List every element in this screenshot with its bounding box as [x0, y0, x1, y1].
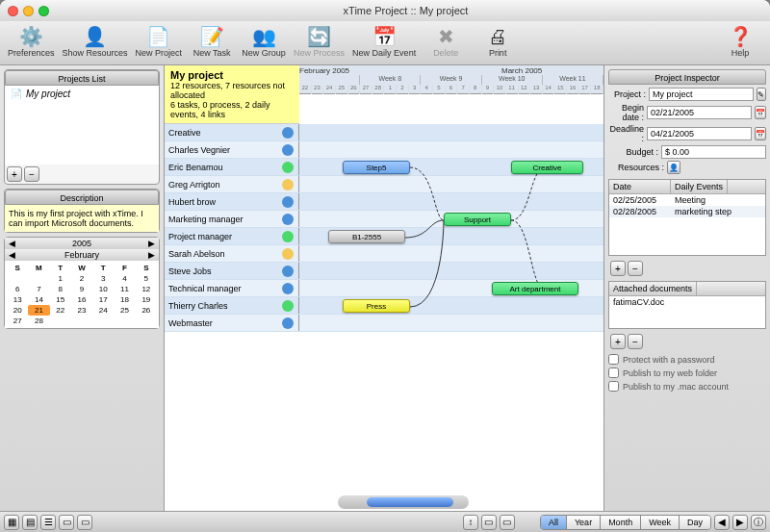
calendar-day[interactable]: 14 — [28, 294, 49, 305]
calendar-day[interactable]: 24 — [92, 305, 114, 316]
task-art-department[interactable]: Art department — [492, 282, 578, 295]
resource-label[interactable]: Steve Jobs — [165, 263, 299, 279]
nav-next-button[interactable]: ▶ — [732, 515, 748, 530]
year-prev-button[interactable]: ◀ — [9, 239, 15, 248]
close-icon[interactable] — [8, 6, 18, 16]
calendar-day[interactable]: 21 — [28, 305, 49, 316]
description-textarea[interactable] — [5, 205, 159, 232]
deadline-picker-icon[interactable]: 📅 — [755, 127, 766, 140]
project-name-input[interactable] — [649, 88, 754, 101]
view-toggle-5[interactable]: ▭ — [77, 515, 92, 530]
project-item[interactable]: 📄My project — [5, 86, 159, 102]
calendar-day[interactable]: 7 — [28, 284, 49, 294]
budget-input[interactable] — [661, 145, 766, 159]
resource-label[interactable]: Technical manager — [165, 280, 299, 296]
publish-web-checkbox[interactable]: Publish to my web folder — [608, 367, 766, 378]
calendar-day[interactable]: 12 — [136, 284, 157, 294]
align-button-2[interactable]: ▭ — [481, 515, 497, 530]
add-resource-icon[interactable]: 👤 — [667, 161, 680, 174]
toolbar-preferences[interactable]: ⚙️Preferences — [6, 23, 57, 60]
calendar-day[interactable]: 2 — [71, 273, 92, 284]
calendar-day[interactable]: 28 — [28, 316, 49, 326]
add-event-button[interactable]: + — [610, 261, 626, 276]
task-support[interactable]: Support — [444, 213, 511, 226]
resource-label[interactable]: Creative — [165, 124, 299, 140]
resource-label[interactable]: Charles Vegnier — [165, 141, 299, 158]
resource-label[interactable]: Webmaster — [165, 315, 299, 331]
task-press[interactable]: Press — [343, 299, 410, 313]
resource-label[interactable]: Project manager — [165, 228, 299, 244]
calendar-day[interactable]: 23 — [71, 305, 92, 316]
view-week[interactable]: Week — [641, 516, 680, 529]
protect-checkbox[interactable]: Protect with a password — [608, 354, 766, 365]
view-range-segment[interactable]: AllYearMonthWeekDay — [540, 515, 711, 530]
view-all[interactable]: All — [541, 516, 567, 529]
calendar-day[interactable]: 4 — [114, 273, 135, 284]
calendar-day[interactable]: 3 — [92, 273, 114, 284]
toolbar-print[interactable]: 🖨Print — [474, 23, 522, 60]
calendar-day[interactable]: 19 — [136, 294, 157, 305]
deadline-input[interactable] — [647, 127, 752, 140]
calendar-day[interactable]: 22 — [50, 305, 71, 316]
attached-doc-row[interactable]: fatimaCV.doc — [609, 296, 765, 308]
horizontal-scrollbar[interactable] — [338, 495, 469, 509]
toolbar-new-group[interactable]: 👥New Group — [240, 23, 288, 60]
calendar-day[interactable]: 8 — [50, 284, 71, 294]
daily-event-row[interactable]: 02/25/2005Meeting — [609, 194, 765, 206]
remove-document-button[interactable]: − — [628, 334, 643, 349]
zoom-icon[interactable] — [38, 6, 49, 16]
align-button-3[interactable]: ▭ — [500, 515, 515, 530]
resource-label[interactable]: Sarah Abelson — [165, 245, 299, 262]
calendar-day[interactable]: 20 — [7, 305, 28, 316]
calendar-day[interactable]: 26 — [136, 305, 157, 316]
toolbar-new-daily-event[interactable]: 📅New Daily Event — [350, 23, 418, 60]
remove-event-button[interactable]: − — [628, 261, 643, 276]
resource-label[interactable]: Thierry Charles — [165, 297, 299, 314]
nav-prev-button[interactable]: ◀ — [714, 515, 730, 530]
calendar-day[interactable]: 27 — [7, 316, 28, 326]
calendar-day[interactable]: 25 — [114, 305, 135, 316]
view-day[interactable]: Day — [680, 516, 710, 529]
resource-label[interactable]: Marketing manager — [165, 211, 299, 227]
task-b1-2555[interactable]: B1-2555 — [328, 230, 405, 243]
task-step5[interactable]: Step5 — [343, 161, 410, 174]
align-button-1[interactable]: ↕ — [463, 515, 478, 530]
year-next-button[interactable]: ▶ — [148, 239, 155, 248]
project-edit-icon[interactable]: ✎ — [757, 88, 766, 101]
calendar-day[interactable]: 17 — [92, 294, 114, 305]
toolbar-help[interactable]: ❓Help — [716, 23, 764, 60]
daily-events-list[interactable]: DateDaily Events 02/25/2005Meeting02/28/… — [608, 179, 766, 256]
daily-event-row[interactable]: 02/28/2005marketing step — [609, 206, 765, 217]
month-next-button[interactable]: ▶ — [148, 250, 155, 260]
view-toggle-4[interactable]: ▭ — [59, 515, 74, 530]
calendar-day[interactable]: 1 — [50, 273, 71, 284]
month-prev-button[interactable]: ◀ — [9, 250, 15, 260]
remove-project-button[interactable]: − — [24, 166, 39, 182]
add-project-button[interactable]: + — [7, 166, 22, 182]
view-toggle-1[interactable]: ▦ — [4, 515, 19, 530]
calendar-day[interactable]: 18 — [114, 294, 135, 305]
resource-label[interactable]: Greg Arrigton — [165, 176, 299, 192]
calendar-day[interactable]: 13 — [7, 294, 28, 305]
attached-documents-list[interactable]: Attached documents fatimaCV.doc — [608, 281, 766, 329]
resource-label[interactable]: Hubert brow — [165, 193, 299, 210]
view-toggle-3[interactable]: ☰ — [40, 515, 56, 530]
info-button[interactable]: ⓘ — [751, 515, 766, 530]
begin-date-input[interactable] — [647, 106, 752, 119]
calendar-day[interactable]: 16 — [71, 294, 92, 305]
calendar-day[interactable]: 5 — [136, 273, 157, 284]
view-year[interactable]: Year — [567, 516, 601, 529]
calendar-day[interactable]: 11 — [114, 284, 135, 294]
toolbar-new-project[interactable]: 📄New Project — [134, 23, 185, 60]
calendar-day[interactable]: 10 — [92, 284, 114, 294]
view-toggle-2[interactable]: ▤ — [22, 515, 38, 530]
calendar-day[interactable]: 15 — [50, 294, 71, 305]
add-document-button[interactable]: + — [610, 334, 626, 349]
view-month[interactable]: Month — [601, 516, 641, 529]
calendar-day[interactable]: 9 — [71, 284, 92, 294]
calendar-day[interactable]: 6 — [7, 284, 28, 294]
minimize-icon[interactable] — [23, 6, 34, 16]
toolbar-show-resources[interactable]: 👤Show Resources — [61, 23, 130, 60]
publish-mac-checkbox[interactable]: Publish to my .mac account — [608, 381, 766, 392]
task-creative[interactable]: Creative — [511, 161, 583, 174]
